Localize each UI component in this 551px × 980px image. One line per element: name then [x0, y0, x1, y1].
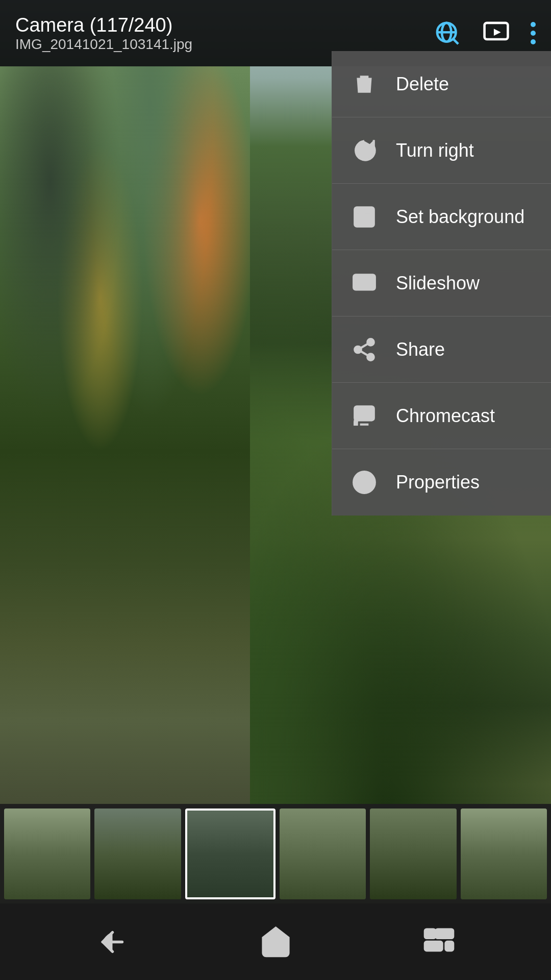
chromecast-label: Chromecast — [396, 405, 495, 427]
svg-marker-5 — [494, 29, 501, 36]
filmstrip-item-2[interactable] — [94, 808, 181, 899]
menu-item-properties[interactable]: Properties — [332, 449, 551, 516]
svg-point-12 — [367, 339, 374, 346]
delete-label: Delete — [396, 74, 449, 95]
info-icon — [350, 469, 378, 497]
menu-item-set-background[interactable]: Set background — [332, 184, 551, 250]
set-background-icon — [350, 203, 378, 231]
svg-rect-7 — [365, 81, 367, 89]
chromecast-icon — [350, 402, 378, 430]
svg-rect-23 — [425, 929, 435, 938]
svg-point-14 — [367, 354, 374, 360]
camera-title: Camera (117/240) — [15, 14, 192, 36]
trash-icon — [350, 70, 378, 98]
slideshow-label: Slideshow — [396, 273, 480, 294]
svg-rect-25 — [425, 942, 442, 950]
top-bar-title: Camera (117/240) IMG_20141021_103141.jpg — [15, 14, 192, 53]
svg-line-1 — [453, 39, 458, 44]
properties-label: Properties — [396, 472, 480, 493]
menu-item-share[interactable]: Share — [332, 316, 551, 383]
filename-subtitle: IMG_20141021_103141.jpg — [15, 36, 192, 53]
set-background-label: Set background — [396, 206, 524, 228]
svg-rect-24 — [436, 929, 453, 938]
share-label: Share — [396, 339, 445, 360]
menu-item-turn-right[interactable]: Turn right — [332, 117, 551, 184]
turn-right-label: Turn right — [396, 140, 474, 161]
top-bar-icons — [434, 19, 536, 47]
recents-button[interactable] — [413, 921, 464, 962]
rotate-right-icon — [350, 136, 378, 164]
filmstrip-item-5[interactable] — [370, 808, 456, 899]
svg-rect-6 — [361, 81, 363, 89]
navigation-bar — [0, 903, 551, 980]
slideshow-icon[interactable] — [482, 19, 510, 47]
menu-item-chromecast[interactable]: Chromecast — [332, 383, 551, 449]
svg-point-9 — [358, 210, 362, 214]
filmstrip-item-1[interactable] — [4, 808, 90, 899]
filmstrip — [0, 804, 551, 903]
home-button[interactable] — [250, 921, 301, 962]
share-icon — [350, 335, 378, 363]
filmstrip-item-3-active[interactable] — [185, 808, 276, 899]
back-button[interactable] — [87, 921, 138, 962]
globe-search-icon[interactable] — [434, 19, 462, 47]
svg-rect-17 — [354, 422, 356, 424]
menu-item-slideshow[interactable]: Slideshow — [332, 250, 551, 316]
svg-rect-26 — [446, 942, 453, 950]
more-options-icon[interactable] — [531, 22, 536, 44]
filmstrip-item-4[interactable] — [280, 808, 366, 899]
context-menu: Delete Turn right Set background — [332, 51, 551, 516]
svg-line-16 — [360, 344, 367, 348]
svg-line-15 — [360, 351, 367, 355]
filmstrip-item-6[interactable] — [461, 808, 547, 899]
photo-overlay — [0, 66, 250, 837]
svg-rect-18 — [355, 406, 374, 420]
svg-point-13 — [355, 346, 361, 353]
menu-item-delete[interactable]: Delete — [332, 51, 551, 117]
slideshow-menu-icon — [350, 269, 378, 297]
